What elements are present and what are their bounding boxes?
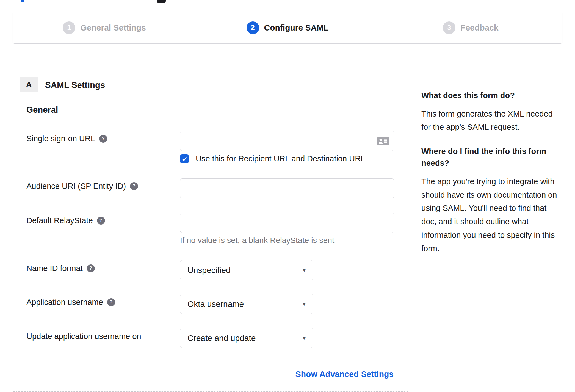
panel-title: SAML Settings <box>45 80 105 90</box>
help-question-2-body: The app you're trying to integrate with … <box>421 175 563 255</box>
sso-url-label: Single sign-on URL ? <box>26 134 107 143</box>
saml-settings-panel: A SAML Settings General Single sign-on U… <box>13 70 408 392</box>
caret-down-icon: ▾ <box>303 301 306 307</box>
relaystate-hint: If no value is set, a blank RelayState i… <box>180 236 334 245</box>
update-username-label: Update application username on <box>26 331 141 341</box>
page-top-blue-fragment <box>21 0 24 2</box>
panel-section-divider <box>13 391 408 392</box>
help-icon[interactable]: ? <box>130 182 138 190</box>
help-icon[interactable]: ? <box>87 264 95 272</box>
name-id-format-label: Name ID format ? <box>26 263 95 273</box>
sso-url-input[interactable] <box>180 131 394 151</box>
step-1-number: 1 <box>63 21 75 34</box>
step-2-number: 2 <box>247 21 259 34</box>
help-question-1-body: This form generates the XML needed for t… <box>421 107 563 134</box>
step-3-label: Feedback <box>460 23 498 32</box>
relaystate-label: Default RelayState ? <box>26 216 105 225</box>
step-feedback[interactable]: 3 Feedback <box>379 12 562 43</box>
update-username-select[interactable]: Create and update ▾ <box>180 328 313 348</box>
general-section-title: General <box>26 105 58 115</box>
audience-uri-label: Audience URI (SP Entity ID) ? <box>26 181 138 191</box>
help-icon[interactable]: ? <box>97 217 105 225</box>
help-question-2-title: Where do I find the info this form needs… <box>421 145 563 169</box>
page-top-logo-fragment <box>157 0 166 3</box>
recipient-url-checkbox[interactable] <box>180 154 189 163</box>
help-question-1-title: What does this form do? <box>421 90 563 102</box>
app-username-label: Application username ? <box>26 297 115 307</box>
step-2-label: Configure SAML <box>264 23 329 32</box>
caret-down-icon: ▾ <box>303 267 306 273</box>
app-username-select[interactable]: Okta username ▾ <box>180 294 313 314</box>
recipient-url-checkbox-row: Use this for Recipient URL and Destinati… <box>180 154 365 163</box>
configure-saml-page: 1 General Settings 2 Configure SAML 3 Fe… <box>0 0 575 392</box>
help-icon[interactable]: ? <box>107 298 115 306</box>
show-advanced-settings-link[interactable]: Show Advanced Settings <box>295 369 394 379</box>
step-1-label: General Settings <box>80 23 146 32</box>
caret-down-icon: ▾ <box>303 335 306 341</box>
step-configure-saml[interactable]: 2 Configure SAML <box>196 12 379 43</box>
name-id-format-select[interactable]: Unspecified ▾ <box>180 260 313 280</box>
wizard-stepper: 1 General Settings 2 Configure SAML 3 Fe… <box>13 12 562 44</box>
step-general-settings[interactable]: 1 General Settings <box>13 12 196 43</box>
help-sidebar: What does this form do? This form genera… <box>421 90 563 267</box>
recipient-url-checkbox-label: Use this for Recipient URL and Destinati… <box>196 154 365 163</box>
audience-uri-input[interactable] <box>180 178 394 198</box>
step-3-number: 3 <box>443 21 455 34</box>
checkmark-icon <box>181 156 187 162</box>
section-a-badge: A <box>20 77 38 92</box>
help-icon[interactable]: ? <box>99 135 107 143</box>
relaystate-input[interactable] <box>180 213 394 233</box>
